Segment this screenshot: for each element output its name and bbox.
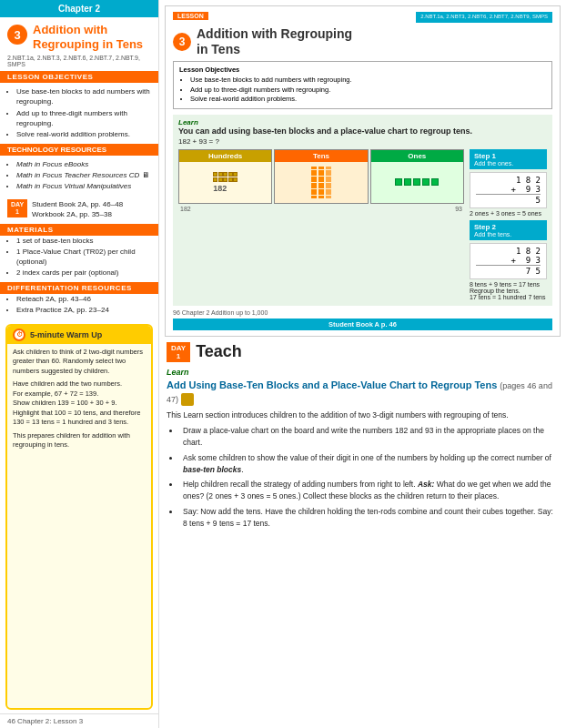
lesson-title-block: 3 Addition with Regrouping in Tens [0,17,158,55]
step2-desc: Add the tens. [474,231,542,238]
teach-section-title: Add Using Base-Ten Blocks and a Place-Va… [167,379,559,406]
textbook-lower: Hundreds [178,149,547,302]
materials-header: MATERIALS [0,224,158,236]
steps-panel: Step 1 Add the ones. 1 8 2 + 9 3 5 2 one… [470,149,547,302]
ten-rod-1 [311,167,317,198]
hundreds-block-grid [213,172,238,182]
diff-item: Extra Practice 2A, pp. 23–24 [16,305,151,315]
objective-item: Use base-ten blocks to add numbers with … [16,86,151,106]
chapter-title: Chapter 2 [58,4,100,14]
hundreds-blocks: 182 [213,172,238,193]
warmup-bullet-1: Ask children to think of 2 two-digit num… [13,348,146,377]
place-value-area: Hundreds [178,149,464,302]
warmup-bullet-3: This prepares children for addition with… [13,431,146,450]
tb-obj-item: Add up to three-digit numbers with regro… [190,86,546,96]
student-book-badge: Student Book A p. 46 [173,318,552,330]
technology-content: Math in Focus eBooks Math in Focus Teach… [0,156,158,196]
pv-label-93: 93 [455,206,462,212]
lesson-objectives-content: Use base-ten blocks to add numbers with … [0,83,158,144]
teach-learn-label: Learn [167,368,559,377]
teach-intro: This Learn section introduces children t… [167,410,559,421]
pv-label-182: 182 [180,206,191,212]
warm-up-title-text: 5-minute Warm Up [30,330,102,339]
lesson-number: 3 [7,25,27,45]
step2-note: 8 tens + 9 tens = 17 tensRegroup the ten… [470,281,547,300]
pv-row-labels: 182 93 [178,206,464,212]
day-text: Student Book 2A, pp. 46–48 Workbook 2A, … [32,199,123,219]
day-teach-badge: DAY 1 [167,342,190,362]
textbook-top-bar: LESSON 2.NBT.1a, 2.NBT3, 2.NBT6, 2.NBT7,… [173,12,552,23]
step1-note: 2 ones + 3 ones = 5 ones [470,210,547,217]
diff-content: Reteach 2A, pp. 43–46 Extra Practice 2A,… [0,294,158,319]
step2-title: Step 2 [474,223,542,231]
left-panel: Chapter 2 3 Addition with Regrouping in … [0,0,159,728]
tb-objectives-list: Use base-ten blocks to add numbers with … [179,76,546,105]
learn-title: You can add using base-ten blocks and a … [178,126,547,136]
tb-lesson-number: 3 [173,33,191,51]
teach-bullet-1: Draw a place-value chart on the board an… [180,425,559,449]
day-label: DAY 1 [7,199,27,217]
step1-math: 1 8 2 + 9 3 5 [470,172,547,208]
step1-box: Step 1 Add the ones. [470,149,547,169]
teach-bullet-2: Ask some children to show the value of t… [180,452,559,476]
standards-box: 2.NBT.1a, 2.NBT3, 2.NBT6, 2.NBT7, 2.NBT9… [416,12,552,23]
pv-header-tens: Tens [275,150,367,162]
pv-body-ones [371,162,463,203]
lesson-title-line2: Regrouping in Tens [33,37,143,51]
warm-up-box: ⏱ 5-minute Warm Up Ask children to think… [5,324,153,710]
learn-equation: 182 + 93 = ? [178,137,547,146]
teach-bullets: Draw a place-value chart on the board an… [167,425,559,529]
lesson-title: Addition with Regrouping in Tens [33,23,143,51]
tb-objectives-title: Lesson Objectives [179,66,546,74]
objective-item: Solve real-world addition problems. [16,129,151,139]
step2-box: Step 2 Add the tens. [470,220,547,240]
learn-label: Learn [178,118,547,126]
tb-obj-item: Use base-ten blocks to add numbers with … [190,76,546,86]
material-item: 2 index cards per pair (optional) [16,268,151,278]
textbook-lesson-title: 3 Addition with Regroupingin Tens [173,26,552,57]
place-value-table: Hundreds [178,149,464,204]
pv-header-ones: Ones [371,150,463,162]
lesson-title-line1: Addition with [33,23,107,36]
ten-rod-2 [318,167,324,198]
tens-rods [311,167,331,198]
teach-bullet-4: Say: Now add the tens. Have the children… [180,506,559,530]
hundreds-label: 182 [213,184,238,193]
diff-item: Reteach 2A, pp. 43–46 [16,294,151,304]
ten-rod-3 [326,167,331,198]
common-core-standards: 2.NBT.1a, 2.NBT.3, 2.NBT.6, 2.NBT.7, 2.N… [0,55,158,71]
tech-item: Math in Focus Virtual Manipulatives [16,181,151,192]
tech-item: Math in Focus Teacher Resources CD 🖥 [16,170,151,181]
warmup-bullet-2: Have children add the two numbers.For ex… [13,379,146,428]
materials-content: 1 set of base-ten blocks 1 Place-Value C… [0,236,158,283]
chapter-header: Chapter 2 [0,0,158,17]
warm-up-title: ⏱ 5-minute Warm Up [7,326,151,344]
day-teach-header: DAY 1 Teach [167,342,559,362]
pv-body-tens [275,162,367,203]
clock-icon: ⏱ [13,329,25,341]
objective-item: Add up to three-digit numbers with regro… [16,108,151,128]
teach-section: DAY 1 Teach Learn Add Using Base-Ten Blo… [159,337,566,728]
learn-section: Learn You can add using base-ten blocks … [173,115,552,306]
day-box: DAY 1 Student Book 2A, pp. 46–48 Workboo… [0,196,158,223]
step1-title: Step 1 [474,152,542,160]
material-item: 1 set of base-ten blocks [16,236,151,246]
tb-objectives-box: Lesson Objectives Use base-ten blocks to… [173,61,552,109]
pv-col-ones: Ones [370,149,464,204]
teach-title: Teach [196,342,242,361]
textbook-page: LESSON 2.NBT.1a, 2.NBT3, 2.NBT6, 2.NBT7,… [165,5,561,337]
pv-col-hundreds: Hundreds [178,149,272,204]
step2-math: 1 8 2 + 9 3 7 5 [470,243,547,279]
right-panel: LESSON 2.NBT.1a, 2.NBT3, 2.NBT6, 2.NBT7,… [159,0,566,728]
lesson-label: LESSON [173,12,208,20]
lesson-objectives-header: LESSON OBJECTIVES [0,71,158,83]
teach-bullet-3: Help children recall the strategy of add… [180,479,559,502]
page-footer-left: 46 Chapter 2: Lesson 3 [0,713,158,728]
step1-desc: Add the ones. [474,160,542,167]
pv-header-hundreds: Hundreds [179,150,271,162]
pv-body-hundreds: 182 [179,162,271,203]
tb-obj-item: Solve real-world addition problems. [190,95,546,105]
diff-header: DIFFERENTIATION RESOURCES [0,282,158,294]
material-item: 1 Place-Value Chart (TR02) per child (op… [16,247,151,267]
tb-lesson-title-text: Addition with Regroupingin Tens [197,26,352,57]
